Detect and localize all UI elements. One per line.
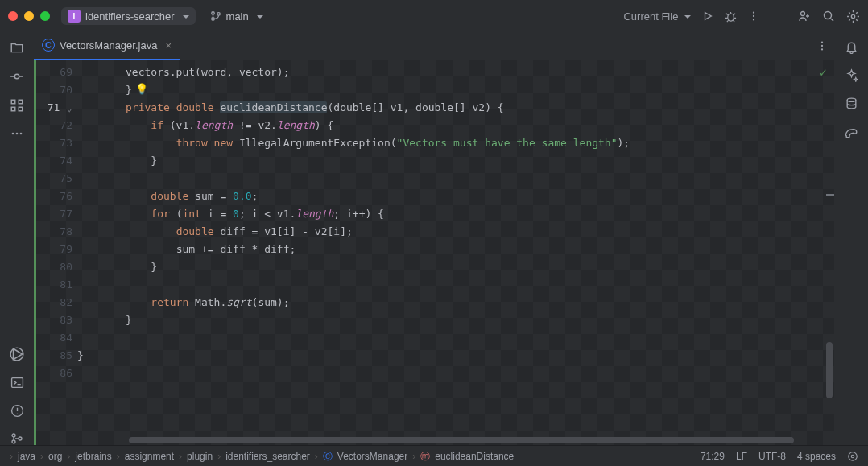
svg-point-23: [12, 440, 15, 443]
svg-point-0: [211, 12, 214, 15]
project-tool-button[interactable]: [10, 40, 24, 55]
editor-tabs: C VectorsManager.java ×: [34, 32, 834, 60]
title-bar: I identifiers-searcher main Current File: [0, 0, 868, 32]
window-controls: [8, 11, 50, 21]
code-area[interactable]: vectors.put(word, vector); } private dou…: [77, 60, 834, 445]
run-button[interactable]: [702, 10, 713, 22]
notifications-button[interactable]: [845, 40, 858, 54]
right-toolbar: [834, 32, 868, 445]
svg-marker-18: [14, 348, 23, 360]
maximize-window-button[interactable]: [40, 11, 50, 21]
java-class-icon: C: [42, 39, 55, 52]
line-separator[interactable]: LF: [736, 451, 747, 462]
svg-rect-14: [19, 107, 23, 111]
chevron-down-icon: [681, 10, 691, 23]
svg-point-29: [849, 452, 858, 461]
terminal-tool-button[interactable]: [10, 376, 24, 390]
file-encoding[interactable]: UTF-8: [758, 451, 786, 462]
structure-tool-button[interactable]: [10, 98, 24, 113]
database-tool-button[interactable]: [845, 97, 858, 110]
svg-point-9: [851, 14, 854, 18]
svg-point-10: [14, 74, 19, 79]
settings-button[interactable]: [846, 10, 860, 23]
project-badge-icon: I: [68, 10, 81, 23]
cursor-position[interactable]: 71:29: [701, 451, 725, 462]
line-gutter[interactable]: 69 70 71 ⌄ 72 73 74 75 76 77 78 79 80 81…: [34, 60, 77, 445]
svg-point-26: [821, 45, 823, 47]
file-tab[interactable]: C VectorsManager.java ×: [34, 31, 180, 60]
branch-selector[interactable]: main: [204, 8, 270, 25]
breadcrumb[interactable]: ›java ›org ›jetbrains ›assignment ›plugi…: [10, 450, 701, 464]
indent-config[interactable]: 4 spaces: [797, 451, 836, 462]
more-actions-button[interactable]: [748, 10, 759, 22]
commit-tool-button[interactable]: [10, 69, 24, 84]
project-name: identifiers-searcher: [85, 10, 175, 23]
intention-bulb-icon[interactable]: 💡: [135, 83, 148, 95]
svg-point-16: [16, 133, 19, 135]
status-bar: ›java ›org ›jetbrains ›assignment ›plugi…: [0, 445, 868, 466]
svg-point-1: [211, 18, 214, 21]
project-selector[interactable]: I identifiers-searcher: [61, 7, 196, 25]
horizontal-scrollbar[interactable]: [129, 437, 794, 443]
svg-point-28: [847, 98, 856, 101]
chevron-down-icon: [254, 10, 263, 23]
svg-rect-20: [11, 378, 23, 388]
run-config-selector[interactable]: Current File: [623, 10, 691, 23]
svg-point-3: [728, 13, 734, 20]
svg-point-25: [821, 41, 823, 43]
svg-point-17: [20, 133, 23, 135]
svg-rect-12: [11, 107, 15, 111]
minimap-marker: [826, 194, 834, 196]
svg-point-30: [851, 455, 854, 458]
svg-point-7: [801, 12, 805, 16]
svg-point-5: [753, 15, 754, 17]
run-tool-button[interactable]: [10, 347, 24, 361]
svg-rect-13: [19, 100, 23, 104]
minimize-window-button[interactable]: [24, 11, 34, 21]
tabs-menu-button[interactable]: [816, 40, 828, 52]
close-tab-button[interactable]: ×: [165, 39, 172, 52]
vcs-tool-button[interactable]: [10, 432, 23, 445]
svg-point-24: [19, 437, 22, 440]
problems-tool-button[interactable]: [10, 404, 24, 418]
svg-point-27: [821, 48, 823, 50]
svg-point-22: [12, 434, 15, 437]
svg-point-8: [825, 12, 832, 19]
chevron-down-icon: [180, 10, 189, 23]
gradle-tool-button[interactable]: [844, 125, 858, 139]
code-with-me-button[interactable]: [798, 10, 811, 23]
close-window-button[interactable]: [8, 11, 18, 21]
code-editor[interactable]: 69 70 71 ⌄ 72 73 74 75 76 77 78 79 80 81…: [34, 60, 834, 445]
tab-filename: VectorsManager.java: [60, 39, 157, 52]
ai-assistant-button[interactable]: [845, 68, 858, 82]
branch-name: main: [226, 10, 249, 23]
search-button[interactable]: [822, 10, 835, 23]
svg-point-6: [753, 19, 754, 20]
debug-button[interactable]: [725, 10, 737, 23]
svg-rect-11: [11, 100, 15, 104]
svg-point-2: [217, 13, 220, 16]
more-tools-button[interactable]: [10, 127, 23, 140]
inspection-ok-icon[interactable]: ✓: [819, 67, 828, 79]
reader-mode-icon[interactable]: [847, 451, 858, 462]
vertical-scrollbar[interactable]: [826, 342, 833, 398]
branch-icon: [210, 10, 221, 22]
svg-point-15: [12, 133, 14, 135]
left-toolbar: [0, 32, 34, 445]
svg-point-4: [753, 11, 754, 13]
